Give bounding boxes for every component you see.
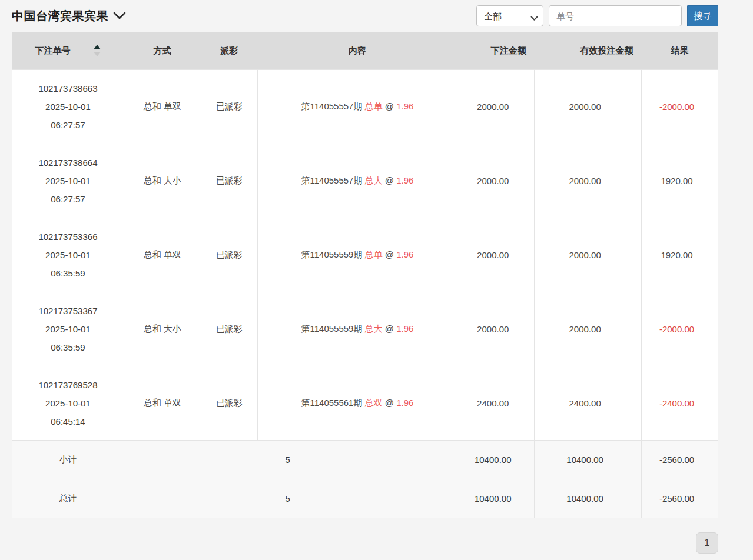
- column-header-bet-amount: 下注金额: [457, 32, 535, 69]
- table-row: 102173769528 2025-10-01 06:45:14 总和 单双 已…: [12, 366, 718, 440]
- order-time: 06:27:57: [51, 194, 85, 204]
- column-header-valid-amount: 有效投注金额: [535, 32, 642, 69]
- content-odds: 1.96: [396, 398, 413, 408]
- order-id: 102173738664: [38, 158, 97, 168]
- sort-control-order[interactable]: 下注单号: [35, 45, 101, 56]
- payout-cell: 已派彩: [201, 144, 257, 218]
- bets-table: 下注单号 方式 派彩 内容 下注金额 有效投注金额 结果: [12, 32, 718, 518]
- order-cell: 102173738663 2025-10-01 06:27:57: [12, 69, 124, 144]
- result-cell: 1920.00: [642, 218, 718, 292]
- column-header-order[interactable]: 下注单号: [12, 32, 124, 69]
- method-cell: 总和 大小: [124, 144, 201, 218]
- order-id: 102173753367: [38, 306, 97, 316]
- table-row: 102173738663 2025-10-01 06:27:57 总和 单双 已…: [12, 69, 718, 144]
- content-period: 第114055559期: [301, 324, 362, 334]
- order-id: 102173769528: [38, 380, 97, 390]
- total-label: 总计: [12, 479, 124, 518]
- page-1-button[interactable]: 1: [696, 532, 718, 554]
- column-header-method: 方式: [124, 32, 201, 69]
- valid-amount-cell: 2000.00: [535, 144, 642, 218]
- order-id: 102173738663: [38, 84, 97, 94]
- search-controls: 全部 搜寻: [476, 5, 718, 26]
- content-period: 第114055561期: [301, 398, 362, 408]
- payout-cell: 已派彩: [201, 292, 257, 366]
- total-valid-amount: 10400.00: [535, 479, 642, 518]
- total-result: -2560.00: [642, 479, 718, 518]
- table-row: 102173738664 2025-10-01 06:27:57 总和 大小 已…: [12, 144, 718, 218]
- payout-cell: 已派彩: [201, 366, 257, 440]
- order-date: 2025-10-01: [45, 176, 91, 186]
- filter-select[interactable]: 全部: [476, 5, 543, 26]
- filter-select-wrap: 全部: [476, 5, 543, 26]
- method-cell: 总和 单双: [124, 366, 201, 440]
- content-pick: 总单: [365, 249, 383, 259]
- order-time: 06:45:14: [51, 416, 85, 426]
- order-date: 2025-10-01: [45, 324, 91, 334]
- table-header: 下注单号 方式 派彩 内容 下注金额 有效投注金额 结果: [12, 32, 718, 69]
- order-cell: 102173753367 2025-10-01 06:35:59: [12, 292, 124, 366]
- column-header-content: 内容: [257, 32, 457, 69]
- order-id: 102173753366: [38, 232, 97, 242]
- order-cell: 102173769528 2025-10-01 06:45:14: [12, 366, 124, 440]
- subtotal-count: 5: [124, 440, 457, 479]
- content-at: @: [385, 101, 394, 111]
- total-bet-amount: 10400.00: [457, 479, 535, 518]
- subtotal-label: 小计: [12, 440, 124, 479]
- content-odds: 1.96: [396, 249, 413, 259]
- column-header-result: 结果: [642, 32, 718, 69]
- total-count: 5: [124, 479, 457, 518]
- order-time: 06:27:57: [51, 120, 85, 130]
- method-cell: 总和 单双: [124, 218, 201, 292]
- column-header-order-label: 下注单号: [35, 45, 70, 56]
- bet-amount-cell: 2400.00: [457, 366, 535, 440]
- bet-amount-cell: 2000.00: [457, 218, 535, 292]
- content-pick: 总大: [365, 175, 383, 185]
- valid-amount-cell: 2400.00: [535, 366, 642, 440]
- result-cell: -2400.00: [642, 366, 718, 440]
- subtotal-row: 小计 5 10400.00 10400.00 -2560.00: [12, 440, 718, 479]
- content-at: @: [385, 398, 394, 408]
- content-cell: 第114055561期 总双 @ 1.96: [257, 366, 457, 440]
- valid-amount-cell: 2000.00: [535, 69, 642, 144]
- search-button[interactable]: 搜寻: [687, 5, 718, 26]
- method-cell: 总和 大小: [124, 292, 201, 366]
- result-cell: -2000.00: [642, 69, 718, 144]
- order-date: 2025-10-01: [45, 398, 91, 408]
- content-at: @: [385, 249, 394, 259]
- content-period: 第114055559期: [301, 249, 362, 259]
- total-row: 总计 5 10400.00 10400.00 -2560.00: [12, 479, 718, 518]
- content-pick: 总双: [365, 398, 383, 408]
- table-row: 102173753366 2025-10-01 06:35:59 总和 单双 已…: [12, 218, 718, 292]
- game-title-dropdown[interactable]: 中国台湾宾果宾果: [12, 8, 126, 24]
- chevron-down-icon: [113, 12, 126, 20]
- pagination: 1: [12, 532, 718, 554]
- bet-amount-cell: 2000.00: [457, 144, 535, 218]
- result-cell: 1920.00: [642, 144, 718, 218]
- result-cell: -2000.00: [642, 292, 718, 366]
- sort-arrows-icon: [94, 45, 101, 56]
- content-at: @: [385, 175, 394, 185]
- subtotal-result: -2560.00: [642, 440, 718, 479]
- method-cell: 总和 单双: [124, 69, 201, 144]
- order-time: 06:35:59: [51, 342, 85, 352]
- column-header-payout: 派彩: [201, 32, 257, 69]
- payout-cell: 已派彩: [201, 69, 257, 144]
- content-period: 第114055557期: [301, 101, 362, 111]
- order-date: 2025-10-01: [45, 102, 91, 112]
- payout-cell: 已派彩: [201, 218, 257, 292]
- table-row: 102173753367 2025-10-01 06:35:59 总和 大小 已…: [12, 292, 718, 366]
- order-date: 2025-10-01: [45, 250, 91, 260]
- page-title: 中国台湾宾果宾果: [12, 8, 108, 24]
- content-cell: 第114055559期 总单 @ 1.96: [257, 218, 457, 292]
- sort-desc-icon: [94, 52, 101, 56]
- bet-amount-cell: 2000.00: [457, 69, 535, 144]
- content-odds: 1.96: [396, 101, 413, 111]
- order-number-input[interactable]: [549, 5, 682, 26]
- content-cell: 第114055559期 总大 @ 1.96: [257, 292, 457, 366]
- order-time: 06:35:59: [51, 268, 85, 278]
- valid-amount-cell: 2000.00: [535, 218, 642, 292]
- order-cell: 102173738664 2025-10-01 06:27:57: [12, 144, 124, 218]
- content-pick: 总单: [365, 101, 383, 111]
- top-bar: 中国台湾宾果宾果 全部 搜寻: [12, 0, 718, 28]
- valid-amount-cell: 2000.00: [535, 292, 642, 366]
